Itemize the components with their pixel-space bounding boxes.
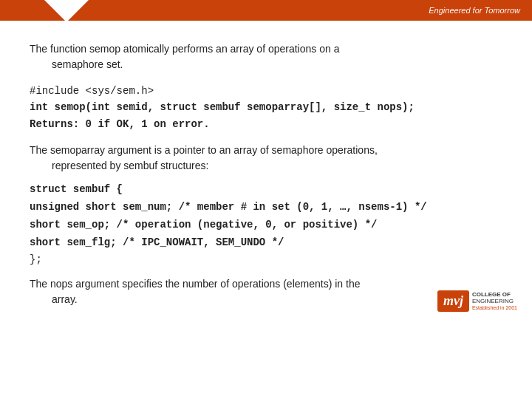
code-include: #include <sys/sem.h> <box>30 85 154 97</box>
struct-block: struct sembuf { unsigned short sem_num; … <box>30 181 502 269</box>
description-paragraph: The semoparray argument is a pointer to … <box>30 143 502 174</box>
header-tagline: Engineered for Tomorrow <box>429 6 520 15</box>
logo-text: COLLEGE OF ENGINEERING Established in 20… <box>472 291 517 312</box>
code-signature: int semop(int semid, struct sembuf semop… <box>30 101 415 113</box>
description-line2: represented by sembuf structures: <box>30 158 502 174</box>
notch-decoration <box>44 0 89 21</box>
code-section: #include <sys/sem.h> int semop(int semid… <box>30 83 502 132</box>
struct-field3: short sem_flg; /* IPC_NOWAIT, SEM_UNDO *… <box>30 236 284 248</box>
header-bar: Engineered for Tomorrow <box>0 0 532 21</box>
struct-close: }; <box>30 253 42 265</box>
main-content: The function semop atomically performs a… <box>0 21 532 322</box>
logo-engineering: ENGINEERING <box>472 298 517 305</box>
struct-field2: short sem_op; /* operation (negative, 0,… <box>30 219 377 231</box>
logo-college: COLLEGE OF <box>472 291 517 299</box>
intro-line2: semaphore set. <box>30 57 502 72</box>
logo-container: mvj COLLEGE OF ENGINEERING Established i… <box>437 290 517 312</box>
logo-since: Established in 2001 <box>472 305 517 311</box>
code-returns: Returns: 0 if OK, 1 on error. <box>30 118 210 130</box>
logo-brand: mvj <box>437 290 469 312</box>
nops-line2: array. <box>30 292 502 307</box>
struct-field1: unsigned short sem_num; /* member # in s… <box>30 201 427 213</box>
intro-paragraph: The function semop atomically performs a… <box>30 41 502 72</box>
struct-open: struct sembuf { <box>30 183 123 195</box>
nops-paragraph: The nops argument specifies the number o… <box>30 276 502 307</box>
